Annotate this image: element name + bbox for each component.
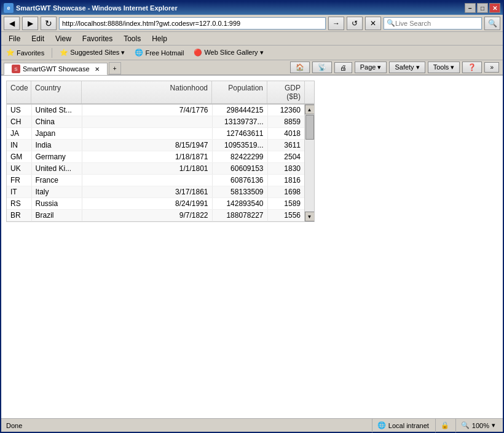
favorites-button[interactable]: ⭐ Favorites bbox=[4, 48, 47, 57]
go-button[interactable]: → bbox=[328, 17, 344, 30]
scroll-thumb[interactable] bbox=[305, 115, 314, 140]
menu-bar: File Edit View Favorites Tools Help bbox=[1, 32, 503, 46]
table-cell: Japan bbox=[31, 128, 82, 140]
table-row[interactable]: FRFrance608761361816 bbox=[7, 175, 304, 186]
table-cell: BR bbox=[7, 210, 31, 221]
table-row[interactable]: UKUnited Ki...1/1/1801606091531830 bbox=[7, 163, 304, 175]
menu-tools[interactable]: Tools bbox=[119, 33, 146, 44]
table-cell: China bbox=[31, 116, 82, 128]
help-button[interactable]: ❓ bbox=[462, 62, 482, 73]
table-header: Code Country Nationhood Population GDP (… bbox=[7, 81, 314, 105]
suggested-sites-button[interactable]: ⭐ Suggested Sites ▾ bbox=[57, 48, 127, 57]
menu-favorites[interactable]: Favorites bbox=[77, 33, 117, 44]
tab-smartgwt[interactable]: S SmartGWT Showcase ✕ bbox=[4, 63, 108, 75]
col-header-code[interactable]: Code bbox=[7, 81, 31, 103]
table-row[interactable]: INIndia8/15/194710953519...3611 bbox=[7, 140, 304, 151]
table-cell: 188078227 bbox=[212, 210, 267, 221]
status-protected: 🔒 bbox=[435, 419, 454, 432]
address-input[interactable] bbox=[59, 17, 326, 30]
forward-button[interactable]: ▶ bbox=[22, 17, 38, 30]
menu-help[interactable]: Help bbox=[147, 33, 172, 44]
table-cell: 60609153 bbox=[212, 163, 267, 175]
tools-button[interactable]: Tools ▾ bbox=[428, 62, 460, 73]
status-text: Done bbox=[4, 422, 372, 429]
scroll-down-button[interactable]: ▼ bbox=[305, 212, 315, 221]
feeds-button[interactable]: 📡 bbox=[312, 62, 332, 73]
table-cell: CH bbox=[7, 116, 31, 128]
table-cell: 12360 bbox=[267, 105, 304, 116]
zoom-label: 100% bbox=[472, 422, 489, 429]
table-row[interactable]: CHChina13139737...8859 bbox=[7, 116, 304, 128]
home-button[interactable]: 🏠 bbox=[290, 62, 310, 73]
web-slice-button[interactable]: 🔴 Web Slice Gallery ▾ bbox=[191, 48, 266, 57]
search-box: 🔍 bbox=[384, 17, 482, 30]
table-cell: Brazil bbox=[31, 210, 82, 221]
table-cell: 1556 bbox=[267, 210, 304, 221]
zoom-dropdown-icon[interactable]: ▾ bbox=[492, 421, 495, 429]
table-row[interactable]: RSRussia8/24/19911428935401589 bbox=[7, 198, 304, 210]
table-wrapper: Code Country Nationhood Population GDP (… bbox=[6, 81, 498, 222]
table-row[interactable]: USUnited St...7/4/177629844421512360 bbox=[7, 105, 304, 116]
scroll-track bbox=[305, 114, 315, 212]
close-button[interactable]: ✕ bbox=[489, 3, 500, 13]
table-cell: France bbox=[31, 175, 82, 186]
title-bar: e SmartGWT Showcase - Windows Internet E… bbox=[1, 1, 503, 15]
back-button[interactable]: ◀ bbox=[4, 17, 20, 30]
minimize-button[interactable]: − bbox=[465, 3, 476, 13]
hotmail-icon: 🌐 bbox=[135, 49, 143, 57]
table-cell: IT bbox=[7, 186, 31, 198]
search-button[interactable]: 🔍 bbox=[484, 17, 500, 30]
scrollbar-header-spacer bbox=[304, 81, 314, 103]
table-cell bbox=[82, 175, 212, 186]
table-cell: FR bbox=[7, 175, 31, 186]
suggested-sites-label: Suggested Sites ▾ bbox=[70, 49, 125, 57]
table-row[interactable]: GMGermany1/18/1871824222992504 bbox=[7, 151, 304, 163]
refresh2-button[interactable]: ↺ bbox=[347, 17, 363, 30]
new-tab-button[interactable]: + bbox=[109, 62, 121, 74]
toolbar: 🏠 📡 🖨 Page ▾ Safety ▾ Tools ▾ ❓ » bbox=[286, 60, 503, 74]
page-button[interactable]: Page ▾ bbox=[355, 62, 387, 73]
safety-button[interactable]: Safety ▾ bbox=[389, 62, 425, 73]
table-cell: 2504 bbox=[267, 151, 304, 163]
free-hotmail-button[interactable]: 🌐 Free Hotmail bbox=[132, 48, 186, 57]
print-button[interactable]: 🖨 bbox=[334, 62, 352, 73]
table-cell: 60876136 bbox=[212, 175, 267, 186]
search-input[interactable] bbox=[395, 20, 475, 27]
stop-button[interactable]: ✕ bbox=[365, 17, 381, 30]
col-header-population[interactable]: Population bbox=[212, 81, 267, 103]
zone-label: Local intranet bbox=[388, 422, 429, 429]
status-zone: 🌐 Local intranet bbox=[372, 419, 434, 432]
suggested-sites-icon: ⭐ bbox=[60, 49, 68, 57]
data-table: USUnited St...7/4/177629844421512360CHCh… bbox=[7, 105, 304, 221]
window-title: SmartGWT Showcase - Windows Internet Exp… bbox=[16, 4, 178, 12]
menu-edit[interactable]: Edit bbox=[26, 33, 49, 44]
table-row[interactable]: BRBrazil9/7/18221880782271556 bbox=[7, 210, 304, 221]
table-body-wrapper: USUnited St...7/4/177629844421512360CHCh… bbox=[7, 105, 314, 221]
table-row[interactable]: JAJapan1274636114018 bbox=[7, 128, 304, 140]
hotmail-label: Free Hotmail bbox=[145, 49, 184, 57]
table-cell: 1698 bbox=[267, 186, 304, 198]
table-row[interactable]: ITItaly3/17/1861581335091698 bbox=[7, 186, 304, 198]
col-header-gdp[interactable]: GDP ($B) bbox=[267, 81, 304, 103]
table-cell: 13139737... bbox=[212, 116, 267, 128]
scrollbar: ▲ ▼ bbox=[304, 105, 314, 221]
table-cell: GM bbox=[7, 151, 31, 163]
table-cell: 1589 bbox=[267, 198, 304, 210]
browser-window: e SmartGWT Showcase - Windows Internet E… bbox=[0, 0, 504, 433]
zoom-icon: 🔍 bbox=[461, 421, 470, 429]
table-body: USUnited St...7/4/177629844421512360CHCh… bbox=[7, 105, 304, 221]
restore-button[interactable]: □ bbox=[477, 3, 488, 13]
menu-file[interactable]: File bbox=[4, 33, 25, 44]
more-button[interactable]: » bbox=[484, 62, 499, 73]
col-header-country[interactable]: Country bbox=[31, 81, 82, 103]
refresh-button[interactable]: ↻ bbox=[41, 17, 57, 30]
table-cell: 58133509 bbox=[212, 186, 267, 198]
menu-view[interactable]: View bbox=[50, 33, 76, 44]
tab-close-icon[interactable]: ✕ bbox=[95, 66, 100, 73]
favorites-bar: ⭐ Favorites ⭐ Suggested Sites ▾ 🌐 Free H… bbox=[1, 46, 503, 60]
table-cell: 127463611 bbox=[212, 128, 267, 140]
col-header-nationhood[interactable]: Nationhood bbox=[82, 81, 212, 103]
scroll-up-button[interactable]: ▲ bbox=[305, 105, 315, 114]
status-zoom: 🔍 100% ▾ bbox=[455, 419, 500, 432]
table-cell: 3/17/1861 bbox=[82, 186, 212, 198]
